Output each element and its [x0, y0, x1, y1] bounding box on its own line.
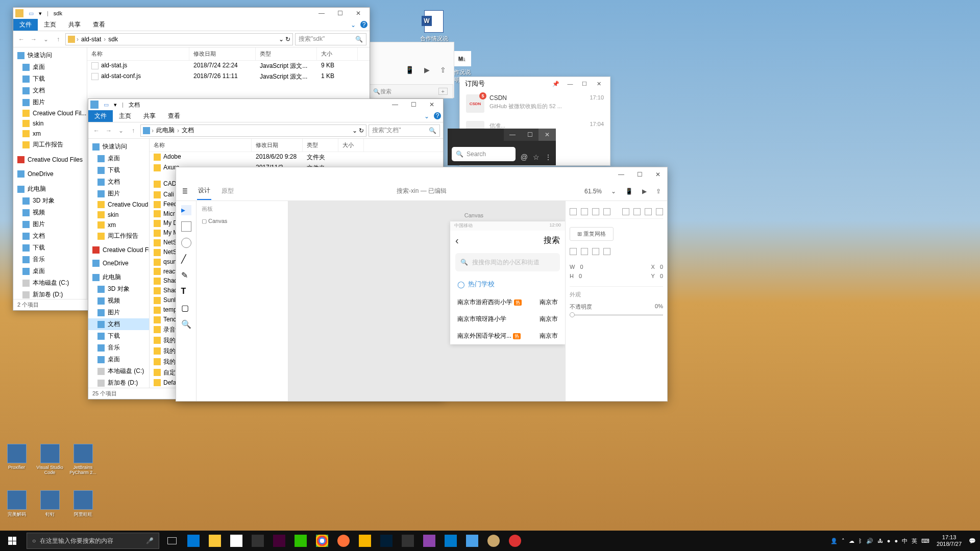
up-button[interactable]: ↑: [128, 126, 138, 136]
sidebar-item[interactable]: xm: [13, 129, 87, 139]
search-input[interactable]: 搜索"文档" 🔍: [369, 124, 440, 137]
play-icon[interactable]: ▶: [642, 188, 647, 195]
sidebar-quick-access[interactable]: 快速访问: [88, 141, 149, 153]
search-input[interactable]: 搜索"sdk" 🔍: [295, 33, 366, 45]
minimize-button[interactable]: —: [312, 8, 331, 19]
sidebar-item[interactable]: 图片: [13, 218, 87, 230]
maximize-button[interactable]: ☐: [630, 169, 649, 180]
desktop-icon[interactable]: Proxifier: [3, 444, 31, 475]
y-field[interactable]: 0: [660, 273, 663, 279]
rect-tool[interactable]: [181, 221, 191, 232]
sidebar-onedrive[interactable]: OneDrive: [13, 169, 87, 179]
taskbar-wechat[interactable]: [290, 531, 311, 551]
refresh-icon[interactable]: ↻: [359, 127, 364, 134]
taskbar-chrome[interactable]: [311, 531, 333, 551]
sidebar-thispc[interactable]: 此电脑: [88, 271, 149, 283]
taskbar-ps[interactable]: [376, 531, 397, 551]
address-bar[interactable]: › ald-stat › sdk ⌄ ↻: [65, 33, 293, 45]
taskbar-vscode[interactable]: [440, 531, 461, 551]
sidebar-item[interactable]: 图片: [13, 96, 87, 108]
forward-button[interactable]: →: [104, 126, 114, 136]
distribute-icon[interactable]: [656, 208, 663, 215]
sidebar-item[interactable]: 本地磁盘 (C:): [88, 365, 149, 377]
tray-app-icon[interactable]: ●: [894, 538, 898, 544]
pen-tool[interactable]: ✎: [181, 270, 191, 281]
maximize-button[interactable]: ☐: [521, 129, 538, 141]
tray-app-icon[interactable]: ●: [887, 538, 891, 544]
minimize-button[interactable]: —: [386, 99, 404, 110]
sidebar-item[interactable]: skin: [13, 118, 87, 129]
qat-icon[interactable]: ▾: [114, 102, 117, 108]
x-field[interactable]: 0: [660, 264, 663, 270]
share-icon[interactable]: ⇪: [440, 66, 446, 74]
more-icon[interactable]: ⋮: [545, 153, 552, 161]
path-op-icon[interactable]: [570, 248, 577, 255]
tray-clock[interactable]: 17:13 2018/7/27: [934, 534, 965, 547]
search-input[interactable]: 🔍 Search: [452, 147, 516, 161]
mobile-icon[interactable]: 📱: [405, 66, 414, 74]
close-button[interactable]: ✕: [649, 169, 667, 180]
text-tool[interactable]: T: [181, 287, 191, 297]
star-icon[interactable]: ☆: [533, 153, 540, 161]
sidebar-item[interactable]: Creative Cloud Fil...: [13, 108, 87, 118]
layer-item[interactable]: ▢ Canvas: [202, 218, 283, 224]
mic-icon[interactable]: 🎤: [146, 537, 154, 544]
align-right-icon[interactable]: [592, 208, 599, 215]
sidebar-onedrive[interactable]: OneDrive: [88, 258, 149, 268]
file-row[interactable]: ald-stat.js 2018/7/24 22:24 JavaScript 源…: [87, 61, 370, 71]
align-left-icon[interactable]: [570, 208, 577, 215]
sidebar-item[interactable]: 3D 对象: [13, 195, 87, 207]
refresh-icon[interactable]: ↻: [285, 36, 290, 43]
sidebar-item[interactable]: 下载: [88, 164, 149, 176]
width-field[interactable]: 0: [580, 264, 583, 270]
desktop-icon[interactable]: 完美解码: [3, 490, 31, 518]
qat-icon[interactable]: ▭: [29, 10, 34, 17]
dropdown-icon[interactable]: ⌄: [279, 36, 284, 43]
tab-home[interactable]: 主页: [113, 110, 137, 122]
sidebar-item[interactable]: 周工作报告: [88, 230, 149, 242]
sidebar-item[interactable]: 新加卷 (D:): [13, 289, 87, 299]
desktop-icon[interactable]: Visual Studio Code: [36, 444, 64, 475]
sidebar-item[interactable]: 图片: [88, 188, 149, 199]
sidebar-item[interactable]: 桌面: [88, 354, 149, 365]
list-item[interactable]: 南京市游府西街小学 热 南京市: [450, 294, 565, 311]
task-view-button[interactable]: [161, 531, 183, 551]
artboard-label[interactable]: Canvas: [464, 212, 483, 218]
play-icon[interactable]: ▶: [424, 66, 430, 74]
taskbar-explorer[interactable]: [204, 531, 226, 551]
sidebar-thispc[interactable]: 此电脑: [13, 183, 87, 195]
sidebar-item[interactable]: 本地磁盘 (C:): [13, 277, 87, 289]
tray-cloud-icon[interactable]: ☁: [849, 538, 854, 544]
taskbar-firefox[interactable]: [333, 531, 354, 551]
tray-people-icon[interactable]: 👤: [830, 538, 838, 544]
list-item[interactable]: 南京市琅玡路小学 南京市: [450, 311, 565, 328]
canvas[interactable]: Canvas 中国移动 12:00 ‹ 搜索 🔍 搜搜你周边的小区和街道: [288, 201, 565, 401]
sidebar-item[interactable]: 文档: [88, 176, 149, 188]
path-op-icon[interactable]: [592, 248, 599, 255]
sidebar-item[interactable]: 桌面: [13, 265, 87, 277]
taskbar-store[interactable]: [226, 531, 247, 551]
up-button[interactable]: ↑: [53, 34, 63, 44]
taskbar-app2[interactable]: [504, 531, 526, 551]
sidebar-item[interactable]: 音乐: [88, 342, 149, 354]
desktop-icon[interactable]: 钉钉: [36, 490, 64, 518]
tab-view[interactable]: 查看: [162, 110, 186, 122]
zoom-tool[interactable]: 🔍: [181, 319, 191, 330]
sidebar-item[interactable]: skin: [88, 210, 149, 220]
tab-view[interactable]: 查看: [87, 19, 111, 31]
close-button[interactable]: ✕: [538, 129, 556, 141]
sidebar-item[interactable]: 视频: [88, 295, 149, 307]
chevron-down-icon[interactable]: ⌄: [611, 188, 616, 195]
sidebar-item[interactable]: 文档: [13, 85, 87, 96]
back-button[interactable]: ←: [91, 126, 102, 136]
path-op-icon[interactable]: [581, 248, 588, 255]
back-icon[interactable]: ‹: [455, 235, 459, 246]
address-bar[interactable]: › 此电脑 › 文档 ⌄ ↻: [140, 124, 366, 137]
expand-ribbon-icon[interactable]: ⌄: [422, 110, 432, 122]
col-date[interactable]: 修改日期: [252, 139, 303, 152]
sidebar-item[interactable]: 下载: [88, 330, 149, 342]
line-tool[interactable]: ╱: [181, 254, 191, 264]
sidebar-item[interactable]: 文档: [88, 318, 149, 330]
sidebar-item[interactable]: 新加卷 (D:): [88, 377, 149, 388]
tab-file[interactable]: 文件: [88, 110, 113, 122]
